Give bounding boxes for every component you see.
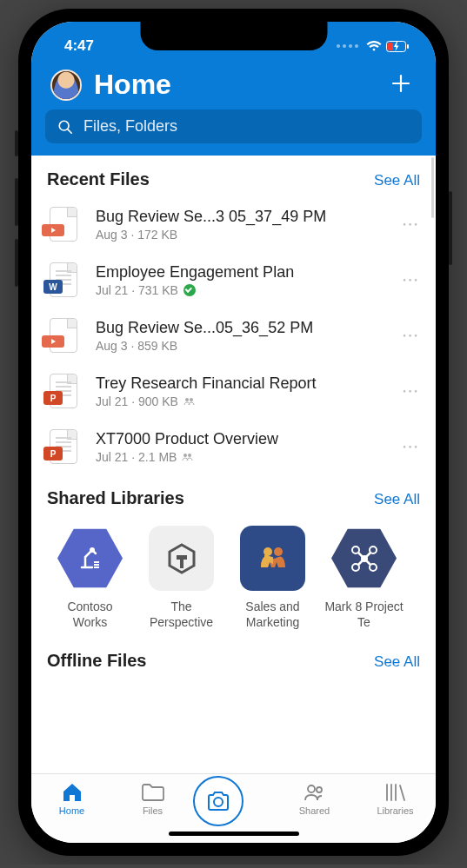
tab-label: Home: [31, 805, 112, 816]
file-meta: Jul 21 · 900 KB: [96, 394, 178, 408]
tab-libraries[interactable]: Libraries: [355, 781, 436, 816]
home-indicator[interactable]: [169, 832, 299, 836]
recording-file-icon: [47, 205, 80, 243]
svg-point-18: [317, 787, 322, 792]
file-row[interactable]: W Employee Engagement Plan Jul 21 · 731 …: [31, 252, 436, 308]
file-row[interactable]: Bug Review Se...05_36_52 PM Aug 3 · 859 …: [31, 308, 436, 363]
drone-icon: [347, 541, 382, 576]
synced-icon: [183, 284, 196, 296]
library-icon: [57, 526, 123, 591]
tab-label: Libraries: [355, 805, 436, 816]
notch: [140, 22, 327, 50]
file-name: XT7000 Product Overview: [96, 430, 397, 448]
svg-point-7: [188, 454, 191, 457]
shared-libraries-header: Shared Libraries See All: [31, 474, 436, 515]
file-name: Employee Engagement Plan: [96, 263, 397, 282]
library-icon: [240, 526, 305, 591]
file-meta: Aug 3 · 172 KB: [96, 228, 397, 242]
library-name: Contoso Works: [49, 600, 131, 630]
tab-shared[interactable]: Shared: [274, 781, 355, 816]
add-button[interactable]: [385, 70, 417, 100]
content-scroll[interactable]: Recent Files See All Bug Review Se...3 0…: [31, 156, 436, 773]
libraries-row[interactable]: Contoso Works The Perspective: [31, 515, 436, 637]
more-button[interactable]: ●●●: [397, 437, 425, 456]
avatar[interactable]: [50, 70, 82, 101]
page-title: Home: [94, 69, 385, 101]
libraries-icon: [384, 783, 407, 802]
file-name: Trey Research Financial Report: [96, 374, 397, 393]
svg-point-8: [90, 547, 95, 553]
more-button[interactable]: ●●●: [397, 381, 425, 401]
status-indicators: [337, 41, 410, 52]
search-placeholder: Files, Folders: [83, 117, 177, 136]
library-item[interactable]: Mark 8 Project Te: [323, 526, 405, 630]
wifi-icon: [366, 41, 382, 52]
folder-icon: [141, 783, 165, 802]
file-row[interactable]: P Trey Research Financial Report Jul 21 …: [31, 363, 436, 419]
more-button[interactable]: ●●●: [397, 215, 425, 234]
more-button[interactable]: ●●●: [397, 326, 425, 345]
shared-icon: [182, 452, 194, 461]
svg-point-13: [352, 564, 359, 571]
tab-label: Files: [112, 805, 193, 816]
svg-point-17: [308, 785, 315, 792]
search-input[interactable]: Files, Folders: [45, 109, 422, 143]
svg-point-15: [361, 555, 368, 562]
file-row[interactable]: P XT7000 Product Overview Jul 21 · 2.1 M…: [31, 419, 436, 474]
powerpoint-file-icon: P: [47, 372, 80, 410]
file-meta: Jul 21 · 731 KB: [96, 283, 178, 297]
title-row: Home: [31, 58, 436, 109]
svg-point-12: [370, 547, 377, 553]
library-name: Sales and Marketing: [231, 600, 314, 630]
more-button[interactable]: ●●●: [397, 270, 425, 289]
people-icon: [303, 783, 327, 802]
svg-point-11: [352, 547, 359, 553]
libraries-see-all-link[interactable]: See All: [374, 491, 420, 508]
volume-up-button: [15, 178, 18, 226]
tab-camera[interactable]: [193, 781, 274, 826]
svg-point-3: [59, 121, 69, 130]
svg-point-6: [183, 454, 187, 457]
recent-files-title: Recent Files: [47, 169, 150, 189]
library-item[interactable]: The Perspective: [140, 526, 223, 630]
plus-icon: [390, 73, 411, 94]
svg-rect-1: [388, 43, 393, 50]
tab-home[interactable]: Home: [31, 781, 112, 816]
svg-point-5: [190, 398, 193, 401]
offline-see-all-link[interactable]: See All: [374, 653, 420, 671]
svg-point-4: [185, 398, 189, 401]
word-file-icon: W: [47, 261, 80, 299]
svg-point-16: [214, 798, 223, 806]
svg-point-9: [264, 547, 272, 556]
offline-files-header: Offline Files See All: [31, 637, 436, 678]
library-item[interactable]: Contoso Works: [49, 526, 131, 630]
file-name: Bug Review Se...05_36_52 PM: [96, 319, 397, 337]
file-row[interactable]: Bug Review Se...3 05_37_49 PM Aug 3 · 17…: [31, 196, 436, 252]
camera-icon: [206, 791, 230, 812]
status-time: 4:47: [64, 37, 94, 55]
svg-point-10: [274, 547, 283, 556]
phone-frame: 4:47: [18, 9, 449, 856]
library-icon: [331, 526, 397, 591]
file-meta: Aug 3 · 859 KB: [96, 339, 397, 353]
camera-button[interactable]: [193, 776, 244, 826]
search-icon: [57, 119, 73, 135]
library-name: Mark 8 Project Te: [323, 600, 405, 630]
shared-icon: [183, 396, 196, 406]
screen: 4:47: [31, 22, 436, 843]
file-name: Bug Review Se...3 05_37_49 PM: [96, 208, 397, 226]
shared-libraries-title: Shared Libraries: [47, 488, 184, 508]
volume-down-button: [15, 239, 18, 287]
library-item[interactable]: Sales and Marketing: [231, 526, 314, 630]
tab-files[interactable]: Files: [112, 781, 193, 816]
robot-arm-icon: [73, 541, 108, 576]
battery-charging-icon: [386, 41, 410, 52]
t-logo-icon: [163, 540, 201, 578]
svg-point-14: [370, 564, 377, 571]
recent-see-all-link[interactable]: See All: [374, 172, 420, 189]
offline-files-title: Offline Files: [47, 651, 146, 671]
tab-bar: Home Files: [31, 773, 436, 843]
home-icon: [61, 782, 83, 803]
library-name: The Perspective: [140, 600, 223, 630]
file-meta: Jul 21 · 2.1 MB: [96, 450, 177, 464]
